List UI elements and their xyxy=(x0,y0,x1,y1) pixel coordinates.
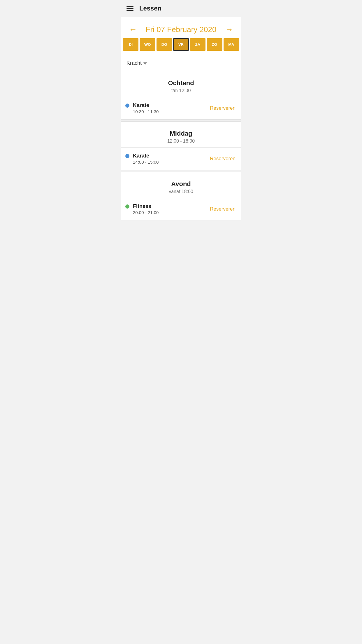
lesson-name: Fitness xyxy=(133,203,159,209)
day-tab-vr[interactable]: VR xyxy=(173,38,189,51)
page-title: Lessen xyxy=(139,5,161,12)
lesson-status-dot xyxy=(125,104,129,108)
next-date-button[interactable]: → xyxy=(223,24,236,35)
day-tab-wo[interactable]: WO xyxy=(140,38,155,51)
section-divider xyxy=(121,170,241,172)
filter-dropdown[interactable]: Kracht xyxy=(126,60,236,66)
day-tab-za[interactable]: ZA xyxy=(190,38,205,51)
middag-title: Middag xyxy=(126,130,236,137)
lessons-content: Ochtend t/m 12:00 Karate 10:30 - 11:30 R… xyxy=(121,71,241,220)
prev-date-button[interactable]: ← xyxy=(126,24,139,35)
filter-label: Kracht xyxy=(126,60,142,66)
day-tab-di[interactable]: DI xyxy=(123,38,138,51)
reserve-button-karate-afternoon[interactable]: Reserveren xyxy=(210,156,236,162)
ochtend-section-header: Ochtend t/m 12:00 xyxy=(121,71,241,97)
app-header: Lessen xyxy=(121,0,241,17)
lesson-name: Karate xyxy=(133,102,159,108)
lesson-fitness-evening: Fitness 20:00 - 21:00 Reserveren xyxy=(121,198,241,220)
lesson-status-dot xyxy=(125,204,129,209)
date-navigation: ← Fri 07 February 2020 → xyxy=(121,17,241,38)
ochtend-subtitle: t/m 12:00 xyxy=(126,88,236,93)
menu-button[interactable] xyxy=(126,6,133,11)
avond-section-header: Avond vanaf 18:00 xyxy=(121,172,241,198)
day-tabs-container: DI WO DO VR ZA ZO MA xyxy=(121,38,241,55)
lesson-time: 20:00 - 21:00 xyxy=(133,210,159,215)
lesson-karate-afternoon: Karate 14:00 - 15:00 Reserveren xyxy=(121,147,241,170)
chevron-down-icon xyxy=(143,62,147,65)
lesson-name: Karate xyxy=(133,153,159,159)
day-tab-zo[interactable]: ZO xyxy=(207,38,222,51)
lesson-karate-morning: Karate 10:30 - 11:30 Reserveren xyxy=(121,97,241,119)
lesson-time: 10:30 - 11:30 xyxy=(133,109,159,114)
lesson-time: 14:00 - 15:00 xyxy=(133,160,159,164)
current-date: Fri 07 February 2020 xyxy=(139,25,223,34)
day-tab-ma[interactable]: MA xyxy=(224,38,239,51)
lesson-status-dot xyxy=(125,154,129,158)
avond-title: Avond xyxy=(126,180,236,188)
reserve-button-fitness-evening[interactable]: Reserveren xyxy=(210,206,236,212)
avond-subtitle: vanaf 18:00 xyxy=(126,189,236,194)
middag-section-header: Middag 12:00 - 18:00 xyxy=(121,122,241,147)
filter-section: Kracht xyxy=(121,55,241,71)
ochtend-title: Ochtend xyxy=(126,79,236,87)
day-tab-do[interactable]: DO xyxy=(157,38,172,51)
middag-subtitle: 12:00 - 18:00 xyxy=(126,139,236,144)
reserve-button-karate-morning[interactable]: Reserveren xyxy=(210,105,236,111)
section-divider xyxy=(121,119,241,122)
